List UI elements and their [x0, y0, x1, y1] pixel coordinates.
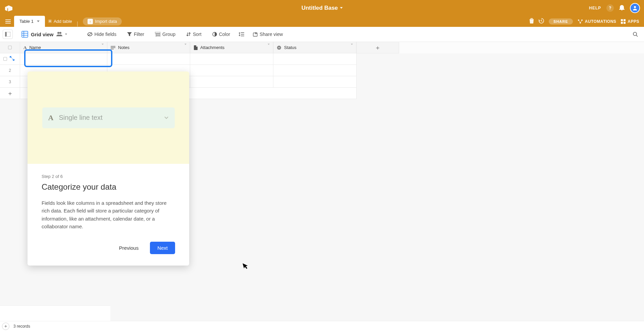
svg-point-15 [57, 32, 59, 34]
cell[interactable] [20, 53, 107, 65]
table-tab-active[interactable]: Table 1 [14, 16, 45, 27]
column-header-status[interactable]: Status [273, 42, 357, 53]
row-number-cell[interactable]: 3 [0, 76, 20, 88]
add-row-button[interactable]: ＋ [0, 88, 20, 99]
attachment-file-icon [194, 45, 198, 50]
add-column-button[interactable]: ＋ [357, 42, 399, 53]
column-menu-caret-icon[interactable] [351, 45, 353, 50]
column-menu-caret-icon[interactable] [268, 45, 270, 50]
select-all-checkbox[interactable] [8, 46, 12, 49]
sort-button[interactable]: Sort [181, 27, 206, 42]
color-icon [212, 32, 217, 37]
sort-label: Sort [193, 32, 202, 37]
cell[interactable] [273, 65, 357, 76]
text-field-icon: A [48, 113, 54, 122]
automations-button[interactable]: AUTOMATIONS [578, 19, 616, 24]
text-field-icon: A [23, 45, 26, 50]
import-data-button[interactable]: ↑ Import data [79, 16, 125, 27]
column-header-name[interactable]: A Name [20, 42, 107, 53]
share-button[interactable]: SHARE [549, 18, 573, 25]
step-indicator: Step 2 of 6 [42, 174, 175, 179]
column-header-row: A Name Notes Attachments Status ＋ [0, 42, 644, 53]
share-view-icon [253, 32, 258, 37]
column-name-label: Attachments [200, 45, 224, 50]
help-question-icon[interactable]: ? [606, 4, 614, 12]
notifications-bell-icon[interactable] [619, 4, 625, 12]
column-menu-caret-icon[interactable] [102, 45, 104, 50]
select-status-icon [277, 45, 281, 50]
column-menu-caret-icon[interactable] [184, 45, 186, 50]
base-menu-caret-icon[interactable] [340, 7, 342, 9]
cell[interactable] [190, 53, 273, 65]
record-count-label: 3 records [13, 324, 30, 329]
row-number-cell[interactable]: 2 [0, 65, 20, 76]
row-height-button[interactable] [236, 27, 247, 42]
hide-fields-label: Hide fields [95, 32, 116, 37]
history-icon[interactable] [539, 18, 544, 25]
row-checkbox[interactable] [3, 57, 7, 61]
group-button[interactable]: Group [150, 27, 180, 42]
automations-label: AUTOMATIONS [585, 19, 616, 24]
table-tab-label: Table 1 [19, 19, 34, 24]
row-number-cell[interactable] [0, 53, 20, 65]
color-button[interactable]: Color [208, 27, 235, 42]
popover-title: Categorize your data [42, 182, 175, 192]
select-all-header[interactable] [0, 42, 20, 53]
illustration-field-type-label: Single line text [59, 114, 102, 122]
previous-button[interactable]: Previous [114, 242, 144, 254]
apps-label: APPS [628, 19, 639, 24]
plus-icon: ＋ [375, 44, 381, 52]
cell[interactable] [107, 53, 190, 65]
filter-button[interactable]: Filter [122, 27, 149, 42]
cell[interactable] [273, 53, 357, 65]
share-view-button[interactable]: Share view [248, 27, 287, 42]
svg-rect-10 [5, 32, 7, 37]
popover-description: Fields look like columns in a spreadshee… [42, 199, 175, 230]
column-header-notes[interactable]: Notes [107, 42, 190, 53]
expand-record-icon[interactable] [10, 56, 14, 62]
svg-point-26 [633, 32, 637, 36]
add-record-circle-button[interactable]: ＋ [2, 323, 9, 330]
base-title[interactable]: Untitled Base [302, 5, 338, 11]
column-name-label: Status [284, 45, 297, 50]
filter-icon [127, 32, 132, 37]
column-header-attachments[interactable]: Attachments [190, 42, 273, 53]
view-selector[interactable]: Grid view [19, 31, 70, 38]
import-data-label: Import data [95, 19, 117, 24]
search-button[interactable] [629, 32, 641, 37]
hamburger-menu-button[interactable] [2, 16, 14, 27]
view-name: Grid view [31, 32, 54, 37]
import-upload-icon: ↑ [88, 19, 93, 24]
longtext-icon [111, 46, 115, 50]
help-button[interactable]: HELP [589, 6, 601, 10]
app-logo-icon[interactable] [4, 3, 13, 13]
add-table-button[interactable]: Add table [45, 16, 75, 27]
table-row [0, 53, 644, 65]
sidebar-toggle-button[interactable] [3, 30, 13, 39]
cell[interactable] [190, 76, 273, 88]
user-avatar[interactable] [630, 3, 640, 13]
hide-fields-button[interactable]: Hide fields [83, 27, 121, 42]
plus-icon [48, 19, 52, 24]
svg-rect-18 [155, 32, 160, 33]
share-view-label: Share view [260, 32, 283, 37]
apps-button[interactable]: APPS [621, 19, 639, 24]
next-button[interactable]: Next [150, 242, 175, 254]
svg-point-16 [59, 32, 61, 34]
trash-icon[interactable] [529, 18, 534, 25]
cell[interactable] [190, 65, 273, 76]
onboarding-popover: A Single line text Step 2 of 6 Categoriz… [28, 72, 189, 266]
table-tab-caret-icon[interactable] [37, 20, 40, 22]
color-label: Color [219, 32, 230, 37]
cell[interactable] [273, 76, 357, 88]
illustration-field-type-selector: A Single line text [42, 107, 175, 128]
collaborators-icon[interactable] [56, 32, 62, 37]
top-header: Untitled Base HELP ? [0, 0, 644, 16]
view-toolbar: Grid view Hide fields Filter Group Sort … [0, 27, 644, 42]
column-name-label: Notes [118, 45, 129, 50]
svg-rect-8 [624, 22, 626, 24]
status-spacer [0, 305, 110, 321]
popover-illustration: A Single line text [28, 72, 189, 164]
chevron-down-icon [164, 115, 169, 121]
view-caret-icon[interactable] [65, 34, 67, 35]
